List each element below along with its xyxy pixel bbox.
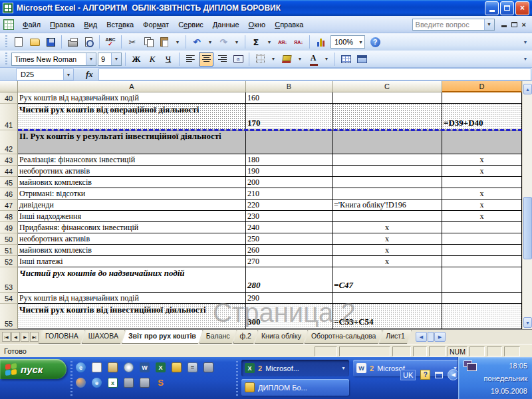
undo-button[interactable]: ↶ (190, 35, 204, 49)
workbook-close-icon[interactable]: × (522, 21, 526, 29)
row-number[interactable]: 42 (0, 130, 18, 154)
fx-icon[interactable]: fx (86, 69, 93, 80)
calculator-icon[interactable]: = (188, 362, 198, 372)
cell-d[interactable]: =D39+D40 (442, 104, 522, 130)
row-number[interactable]: 45 (0, 177, 18, 188)
cell-b[interactable] (246, 130, 332, 154)
undo-dropdown[interactable]: ▼ (205, 35, 215, 49)
paste-button[interactable] (157, 35, 172, 49)
menu-item[interactable]: Формат (138, 18, 174, 31)
ie-icon[interactable]: e (76, 362, 86, 372)
cell-d[interactable]: x (442, 154, 522, 166)
cell-a[interactable]: майнових комплексів (18, 177, 246, 188)
printer2-icon[interactable] (140, 378, 150, 388)
toolbar-grip[interactable] (5, 35, 7, 49)
chevron-down-icon[interactable]: ▼ (484, 19, 494, 30)
taskbar-button-folder[interactable]: ДИПЛОМ Бо... (241, 379, 349, 396)
start-button[interactable]: пуск (0, 359, 66, 379)
cell-d[interactable] (442, 92, 522, 104)
worksheet-icon[interactable] (3, 19, 14, 30)
cell-c[interactable]: x (332, 245, 442, 256)
cell-d[interactable]: x (442, 188, 522, 200)
font-name-combobox[interactable]: Times New Roman ▼ (11, 53, 96, 66)
cell-c[interactable] (332, 293, 442, 304)
copy-button[interactable] (141, 35, 156, 49)
row-number[interactable]: 53 (0, 267, 18, 293)
borders-dropdown[interactable]: ▼ (269, 52, 278, 66)
redo-dropdown[interactable]: ▼ (232, 35, 241, 49)
prev-sheet-icon[interactable]: ◀ (11, 332, 20, 342)
menu-item[interactable]: Правка (45, 18, 79, 31)
autosum-button[interactable]: Σ (249, 35, 263, 49)
excel-file-icon[interactable]: x (108, 378, 118, 388)
cell-b[interactable]: 300 (246, 304, 332, 329)
cell-d[interactable] (442, 177, 522, 188)
cell-c[interactable]: x (332, 256, 442, 267)
cell-c[interactable]: ='Книга обліку'!D196 (332, 200, 442, 211)
word-doc-icon[interactable] (92, 362, 102, 372)
cell-a[interactable]: необоротних активів (18, 166, 246, 177)
paste-dropdown[interactable]: ▼ (173, 35, 182, 49)
cell-b[interactable]: 260 (246, 245, 332, 256)
cell-b[interactable]: 290 (246, 293, 332, 304)
clock[interactable]: 18:05 понедельник 19.05.2008 (484, 360, 527, 398)
share-icon[interactable] (172, 362, 182, 372)
font-color-button[interactable]: А (306, 52, 321, 66)
vertical-scrollbar[interactable]: ▲ ▼ (522, 81, 532, 329)
sheet-tab[interactable]: ф.2 (233, 330, 258, 344)
cell-a[interactable]: Отримані: відсотки (18, 188, 246, 200)
cell-b[interactable]: 170 (246, 104, 332, 130)
row-number[interactable]: 55 (0, 304, 18, 329)
next-sheet-icon[interactable]: ▶ (21, 332, 29, 342)
name-box[interactable]: D25 (16, 68, 64, 80)
cell-d[interactable]: x (442, 166, 522, 177)
scroll-up-icon[interactable]: ▲ (523, 84, 532, 94)
row-number[interactable]: 51 (0, 245, 18, 256)
save-button[interactable] (43, 35, 58, 49)
font-color-dropdown[interactable]: ▼ (322, 52, 331, 66)
first-sheet-icon[interactable]: |◀ (2, 332, 11, 342)
cell-c[interactable] (332, 166, 442, 177)
menu-item[interactable]: Вставка (102, 18, 138, 31)
row-number[interactable]: 44 (0, 166, 18, 177)
cell-d[interactable]: x (442, 200, 522, 211)
network-icon[interactable] (464, 360, 472, 367)
cell-c[interactable] (332, 104, 442, 130)
cell-d[interactable]: x (442, 211, 522, 222)
toolbar-options-icon[interactable]: ▼ (521, 35, 529, 49)
cell-d[interactable] (442, 293, 522, 304)
cd-icon[interactable] (124, 362, 134, 372)
help-button[interactable]: ? (368, 35, 382, 49)
cell-a[interactable]: Інші надходження (18, 211, 246, 222)
cell-c[interactable]: x (332, 233, 442, 245)
bold-button[interactable]: Ж (129, 52, 144, 66)
cell-a[interactable]: майнових комплексів (18, 245, 246, 256)
sheet-tab[interactable]: Баланс (200, 330, 237, 344)
sheet-tab[interactable]: Звіт про рух коштів (122, 330, 203, 344)
select-all-corner[interactable] (0, 81, 18, 92)
cell-b[interactable]: 250 (246, 233, 332, 245)
sort-descending-button[interactable]: ЯА↓ (291, 35, 306, 49)
cell-b[interactable]: 190 (246, 166, 332, 177)
row-number[interactable]: 48 (0, 211, 18, 222)
cell-c[interactable]: =C53+C54 (332, 304, 442, 329)
fill-color-dropdown[interactable]: ▼ (295, 52, 305, 66)
cell-b[interactable]: 230 (246, 211, 332, 222)
drive-icon[interactable] (124, 378, 134, 388)
pane-button[interactable] (354, 52, 369, 66)
menu-item[interactable]: Сервис (174, 18, 208, 31)
zoom-combobox[interactable]: 100% ▼ (331, 35, 365, 49)
row-number[interactable]: 54 (0, 293, 18, 304)
question-box[interactable]: Введите вопрос ▼ (412, 19, 495, 31)
cell-d[interactable] (442, 130, 522, 154)
toolbar-options-icon[interactable]: ▼ (521, 52, 529, 66)
new-document-button[interactable] (11, 35, 26, 49)
menu-item[interactable]: Файл (18, 18, 45, 31)
sheet-tab[interactable]: ГОЛОВНА (39, 330, 85, 344)
ie2-icon[interactable]: e (92, 378, 102, 388)
cell-c[interactable] (332, 92, 442, 104)
menu-item[interactable]: Вид (79, 18, 102, 31)
align-center-button[interactable] (199, 52, 213, 66)
chevron-down-icon[interactable]: ▼ (64, 68, 74, 80)
scrollbar-thumb[interactable] (428, 332, 434, 342)
